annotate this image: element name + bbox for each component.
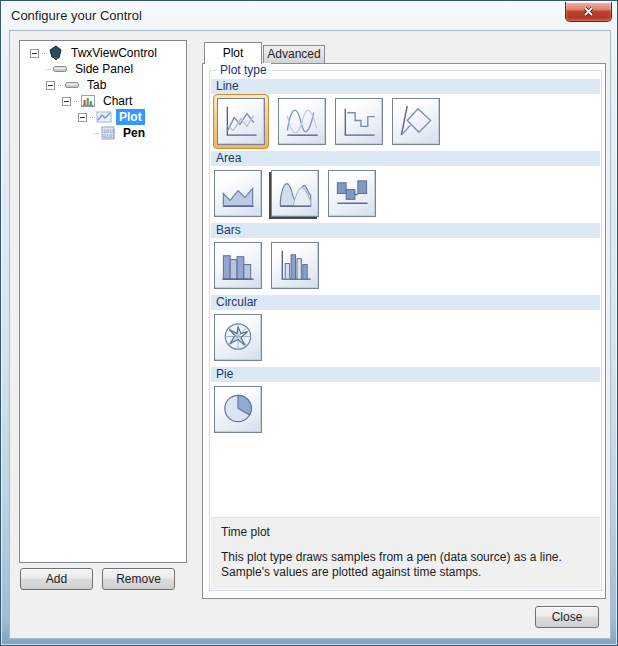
panel-icon (64, 77, 80, 93)
control-icon (48, 45, 64, 61)
plot-type-step-area-plot[interactable] (328, 170, 376, 217)
plot-type-sine-area-plot[interactable] (271, 170, 319, 217)
category-header-pie: Pie (211, 367, 600, 382)
tree-item-plot[interactable]: Plot (20, 109, 186, 125)
window-title: Configure your Control (11, 8, 142, 23)
tab-advanced[interactable]: Advanced (263, 45, 325, 64)
close-button[interactable]: Close (535, 606, 599, 628)
dialog-client-area: TwxViewControl Side Panel Tab (9, 30, 611, 639)
xy-plot-icon (395, 101, 437, 142)
category-header-bars: Bars (211, 223, 600, 238)
collapse-icon[interactable] (62, 97, 71, 106)
step-area-plot-icon (331, 173, 373, 214)
column-plot-icon (274, 245, 316, 286)
tree-item-chart[interactable]: Chart (20, 93, 186, 109)
step-line-plot-icon (338, 101, 380, 142)
groupbox-title: Plot type (216, 63, 271, 77)
line-plot-icon (96, 109, 112, 125)
control-tree[interactable]: TwxViewControl Side Panel Tab (19, 40, 187, 563)
tree-item-label[interactable]: Pen (120, 125, 148, 141)
bar-plot-icon (217, 245, 259, 286)
category-header-area: Area (211, 151, 600, 166)
svg-text:0101: 0101 (103, 134, 115, 140)
panel-icon (52, 61, 68, 77)
collapse-icon[interactable] (46, 81, 55, 90)
area-plot-icon (217, 173, 259, 214)
tree-item-label[interactable]: Side Panel (72, 61, 136, 77)
plot-tab-page: Plot type Line (202, 63, 606, 599)
tree-item-label-selected[interactable]: Plot (116, 109, 145, 125)
category-row-bars (211, 242, 600, 289)
plot-type-pie-plot[interactable] (214, 386, 262, 433)
plot-type-groupbox: Plot type Line (209, 70, 602, 591)
collapse-icon[interactable] (30, 49, 39, 58)
plot-type-step-line-plot[interactable] (335, 98, 383, 145)
tree-item-label[interactable]: Chart (100, 93, 135, 109)
collapse-icon[interactable] (78, 113, 87, 122)
category-row-circular (211, 314, 600, 361)
pie-plot-icon (217, 389, 259, 430)
plot-description-line2: Sample's values are plotted against time… (221, 565, 590, 580)
tree-item-twxviewcontrol[interactable]: TwxViewControl (20, 45, 186, 61)
plot-description-panel: Time plot This plot type draws samples f… (211, 517, 600, 589)
bar-chart-icon (80, 93, 96, 109)
radar-plot-icon (217, 317, 259, 358)
plot-type-area-plot[interactable] (214, 170, 262, 217)
close-window-button[interactable] (565, 2, 612, 22)
selected-plot-frame (213, 94, 269, 149)
tab-plot[interactable]: Plot (204, 42, 262, 64)
plot-type-xy-plot[interactable] (392, 98, 440, 145)
tree-item-tab[interactable]: Tab (20, 77, 186, 93)
plot-type-list: Line (211, 79, 600, 516)
plot-description-line1: This plot type draws samples from a pen … (221, 550, 590, 565)
tree-item-side-panel[interactable]: Side Panel (20, 61, 186, 77)
category-row-line (211, 98, 600, 145)
configure-control-dialog: Configure your Control TwxViewControl (0, 0, 618, 646)
category-header-line: Line (211, 79, 600, 94)
sine-area-plot-icon (274, 173, 316, 214)
tree-item-pen[interactable]: 1010 0101 Pen (20, 125, 186, 141)
add-button[interactable]: Add (20, 568, 93, 590)
plot-type-sine-plot[interactable] (278, 98, 326, 145)
plot-type-column-plot[interactable] (271, 242, 319, 289)
plot-type-time-plot[interactable] (217, 98, 265, 145)
category-header-circular: Circular (211, 295, 600, 310)
pen-data-icon: 1010 0101 (100, 125, 116, 141)
plot-type-radar-plot[interactable] (214, 314, 262, 361)
settings-tab-control: Plot Advanced Plot type Line (202, 42, 606, 599)
tree-item-label[interactable]: Tab (84, 77, 109, 93)
tree-item-label[interactable]: TwxViewControl (68, 45, 160, 61)
plot-type-bar-plot[interactable] (214, 242, 262, 289)
sine-plot-icon (281, 101, 323, 142)
close-icon (583, 7, 594, 16)
title-bar[interactable]: Configure your Control (1, 1, 617, 30)
category-row-area (211, 170, 600, 217)
plot-description-title: Time plot (221, 525, 590, 539)
remove-button[interactable]: Remove (102, 568, 175, 590)
time-plot-icon (220, 101, 262, 142)
category-row-pie (211, 386, 600, 433)
